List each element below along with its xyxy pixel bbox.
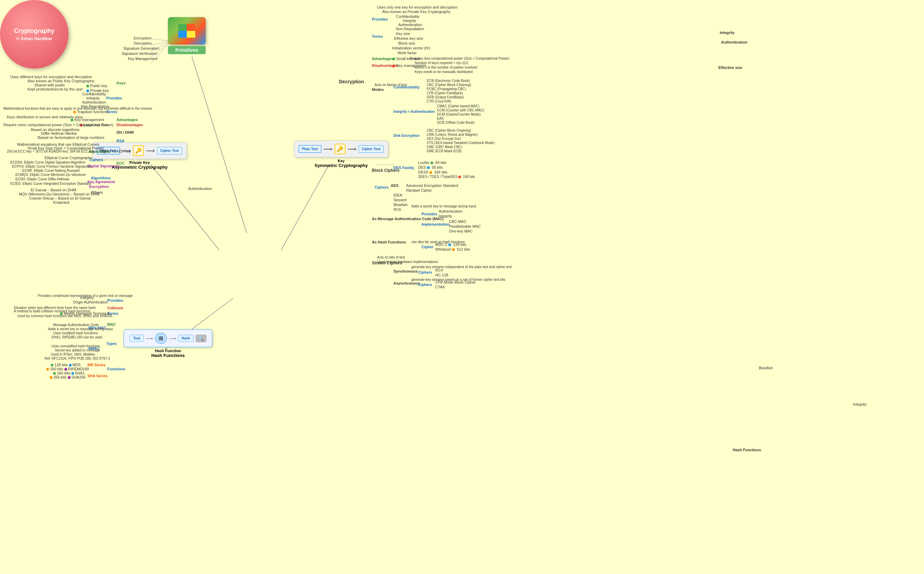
des-3des: 3DES / TDES / TripleDES 168 bits [418,175,475,179]
dh-label: DH / DHM [116,130,134,134]
primitives-icon [168,17,206,44]
dh-diffie: Diffie Hellman Merkle [41,131,77,136]
stream-acts: Acts on bits of text [377,255,405,259]
asym-disadv-label: Disadvantages [116,123,143,127]
serpent: Serpent [394,198,407,202]
sym-prop1: Uses only one key for encryption and dec… [377,5,458,9]
sym-ccm: CCM (Counter with CBC-MAC) [437,108,484,112]
mac-auth: Authentication [439,209,463,213]
svg-line-0 [192,57,247,233]
asym-pubkey: Public key [87,84,107,88]
asym-key-icon: 🔑 [133,145,144,156]
sym-effkeysize: Effective key size [394,36,423,41]
rsa-label: RSA [116,139,124,143]
aes-value: Advanced Encryption Standard [406,183,458,188]
center-title: Cryptography [14,27,55,35]
rijndael: Rijndael Cipher [406,188,432,192]
hash-collision-label: Collision [107,306,123,310]
hash-mac-label: MAC [107,322,116,326]
sync-desc: generate key streams independent of the … [411,265,512,269]
aes-label: AES [391,183,398,188]
hash-build: A method to build collision resistant ha… [14,309,90,313]
svg-line-2 [281,165,329,250]
primitives-key-mgmt: Key Management [128,57,157,61]
hash-provides-orig: Origin Authentication [73,300,108,304]
async-cfb: CFB Mode Block Cipher [435,280,476,284]
svg-rect-11 [187,24,195,31]
sym-provides-label: Provides [372,17,388,21]
as-hash-mdc2: MDC-2 128 bits [435,243,466,246]
primitives-node: Primitives [168,17,206,54]
auth-left: Authentication [188,186,212,191]
sym-modes-label: Modes [372,87,384,91]
sym-disk-cmc: CMC (CBC Mask CBC) [427,145,462,149]
sym-adv-comp: Requires less computational power (Size … [409,57,509,60]
sym-terms-label: Terms [372,34,383,38]
as-hash-whirlpool: Whirlpool 512 bits [435,247,470,251]
sym-cmac: CMAC (Cipher based MAC) [437,104,479,108]
mac-desc: Adds a secret key to message during inpu… [411,204,476,208]
sym-ctr: CTR (CounTeR) [427,99,452,103]
center-node: Cryptography © Aman Hardikar [0,0,69,69]
asym-prop1: Uses different keys for encryption and d… [10,75,92,79]
mac-label: As Message Authentication Code (MAC) [372,217,444,221]
des-desx: DESX 184 bits [418,170,448,174]
mac-int: Integrity [439,214,452,218]
center-subtitle: © Aman Hardikar [16,36,52,41]
asym-keys-label: Keys [116,81,126,85]
hash-sha1-160: 160 bits SHA1 [53,371,85,375]
mac-impl-label: Implementation [422,222,449,226]
hash-mac-modified: Uses modified hash functions [53,331,98,335]
sym-workfactor: Work factor [398,51,417,55]
hash-ripemd: 160 bits RIPEMD160 [46,367,89,371]
hash-mac-code: Message Authentication Code [53,323,99,327]
decryption-label: Decryption [339,79,364,84]
sym-keysize: Key size [396,32,410,36]
hash-functions-label: Functions [107,367,126,371]
sym-cbc: CBC (Cipher Block Chaining) [427,83,471,87]
ecies: ECIES: Elliptic Curve Integrated Encrypt… [10,182,91,186]
hash-node-title: Hash Functions [123,353,213,358]
hash-provides-int: Integrity [80,296,94,300]
sym-arrow: ⟶ [324,145,332,153]
svg-rect-13 [187,31,195,38]
svg-rect-10 [178,24,187,31]
rsa-fact: Based on factorisation of large numbers [38,136,104,140]
sym-arrow2: ⟶ [348,145,356,153]
asym-adv-label: Advantages [116,118,138,122]
sym-blocksize: Block size [398,41,416,45]
primitives-decryption: Decryption [134,41,152,45]
sym-disk-lrw: LRW (Liskov, Rivest and Wagner) [427,133,478,136]
sym-eax: EAX [437,117,444,120]
primitives-sig-ver: Signature Verification [122,51,157,55]
asym-prop2: Also known as Public Key Cryptography [27,79,94,83]
sync-label: Synchronous [394,269,417,273]
mind-map: Cryptography © Aman Hardikar Primitives … [0,0,924,574]
sym-provides-nonrep: Non-Repudiation [396,27,424,31]
hash-sha-label: SHA Series [87,374,108,378]
mac-onekey: One-key MAC [449,229,472,233]
sym-disk-eme: EME (ECB Mask ECB) [427,149,462,153]
des-family-label: DES Family [394,166,414,170]
mac-cbc-mac: CBC-MAC [449,219,466,224]
asym-adv-dist: Keys distribution is secure and relative… [7,115,83,119]
asym-provides-label: Provides [106,96,122,100]
hash-hmac-unmod: Uses unmodified hash functions [51,344,100,348]
ecpvs: ECPVS: Elliptic Curve Pontsov Vanstone S… [12,165,91,168]
hash-usedby: Used by common hash functions like MD5, … [17,314,112,318]
sym-title: Symmetric Cryptography [294,163,388,168]
stream-used: Used in most hardware implementations [377,260,438,264]
as-hash-cipher-label: Cipher [422,245,434,249]
sym-ocb: OCB (Offset Code Book) [437,121,475,125]
hash-hmac-ipsec: Used in IPSec, NAS, Mobiles [51,353,95,356]
sym-disk-xex: XEX (Xor Encrypt Xor) [427,137,461,140]
as-hash-label: As Hash Functions [372,240,406,244]
sync-rc4: RC4 [435,268,443,272]
digital-sigs-label: Digital Signatures [87,164,120,168]
sym-cipher-text: Cipher Text [359,145,384,153]
ecnr: ECNR: Elliptic Curve Nyberg Rueppel [22,169,80,172]
blowfish: Blowfish [394,203,408,207]
sym-plain-text: Plain Text [299,145,321,153]
des-lucifer: Lucifer 64 bits [418,161,447,165]
hash-types-label: Types [106,342,117,345]
